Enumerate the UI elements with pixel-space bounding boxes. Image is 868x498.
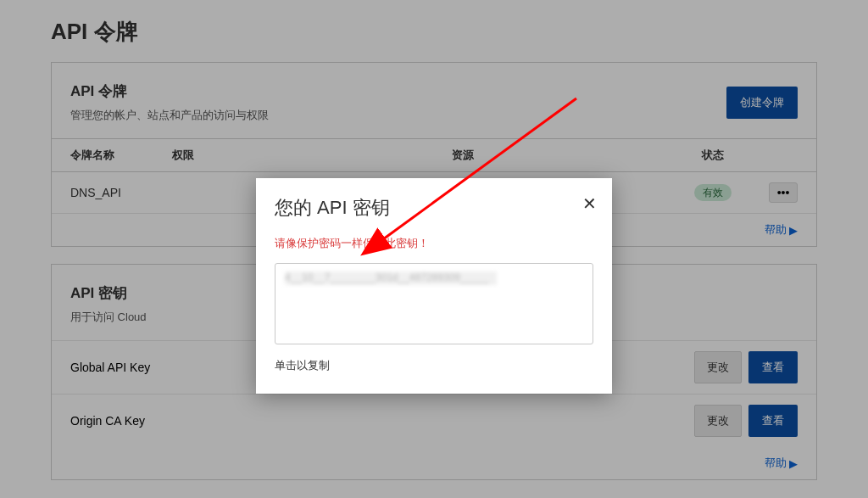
- copy-hint[interactable]: 单击以复制: [275, 358, 593, 373]
- masked-key-text: 4__10__7________301d__487289309_____: [285, 271, 497, 285]
- modal-title: 您的 API 密钥: [275, 195, 593, 221]
- api-key-modal: 您的 API 密钥 ✕ 请像保护密码一样保护此密钥！ 4__10__7_____…: [256, 178, 612, 394]
- modal-overlay[interactable]: 您的 API 密钥 ✕ 请像保护密码一样保护此密钥！ 4__10__7_____…: [0, 0, 868, 498]
- close-icon[interactable]: ✕: [582, 193, 597, 214]
- modal-warning: 请像保护密码一样保护此密钥！: [275, 236, 593, 251]
